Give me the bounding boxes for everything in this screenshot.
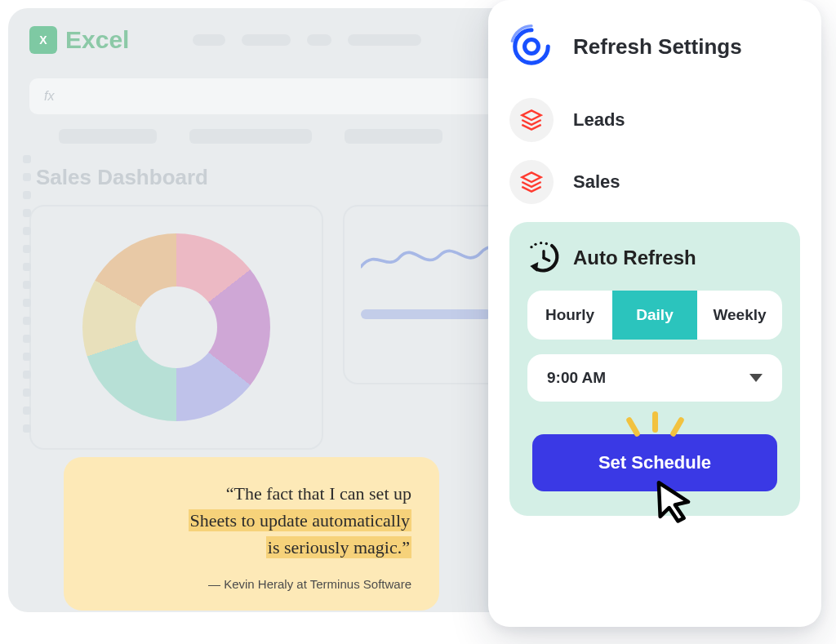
- svg-point-6: [545, 242, 548, 245]
- svg-line-9: [544, 258, 549, 260]
- svg-point-0: [525, 40, 539, 54]
- frequency-segmented-control: Hourly Daily Weekly: [527, 291, 782, 340]
- chevron-down-icon: [749, 374, 763, 382]
- refresh-settings-panel: Refresh Settings Leads Sales: [488, 0, 821, 627]
- auto-refresh-card: Auto Refresh Hourly Daily Weekly 9:00 AM…: [509, 222, 800, 516]
- fx-label: fx: [44, 89, 54, 104]
- segment-hourly[interactable]: Hourly: [527, 291, 612, 340]
- auto-refresh-title: Auto Refresh: [573, 246, 696, 269]
- source-label: Leads: [573, 109, 625, 131]
- panel-title: Refresh Settings: [573, 34, 742, 60]
- ribbon-placeholder: [193, 34, 421, 46]
- excel-logo: X Excel: [29, 26, 129, 54]
- stack-icon: [509, 98, 554, 142]
- excel-name: Excel: [65, 26, 129, 54]
- svg-marker-2: [522, 172, 540, 182]
- row-numbers-placeholder: [23, 155, 31, 433]
- svg-marker-7: [530, 262, 538, 272]
- time-select-value: 9:00 AM: [547, 369, 606, 387]
- svg-point-4: [534, 243, 536, 246]
- svg-point-5: [540, 242, 542, 244]
- testimonial-card: “The fact that I can set up Sheets to up…: [64, 457, 439, 611]
- source-row-sales[interactable]: Sales: [509, 160, 800, 204]
- svg-point-3: [530, 246, 532, 248]
- source-label: Sales: [573, 171, 620, 193]
- testimonial-attribution: — Kevin Heraly at Terminus Software: [91, 577, 411, 591]
- segment-daily[interactable]: Daily: [612, 291, 697, 340]
- coefficient-logo-icon: [509, 24, 554, 69]
- segment-weekly[interactable]: Weekly: [697, 291, 782, 340]
- quote-highlight-2: is seriously magic.”: [266, 536, 411, 558]
- stack-icon: [509, 160, 554, 204]
- quote-part-1: “The fact that I can set up: [226, 483, 411, 504]
- auto-refresh-icon: [527, 242, 560, 274]
- click-emphasis-icon: [606, 411, 704, 444]
- excel-icon: X: [29, 26, 57, 54]
- time-select[interactable]: 9:00 AM: [527, 354, 782, 402]
- svg-marker-1: [522, 110, 540, 120]
- source-row-leads[interactable]: Leads: [509, 98, 800, 142]
- chart-legend-placeholder: [361, 309, 491, 319]
- quote-highlight-1: Sheets to update automatically: [189, 509, 411, 531]
- donut-chart: [82, 233, 270, 421]
- testimonial-quote: “The fact that I can set up Sheets to up…: [91, 480, 411, 561]
- donut-chart-card: [29, 205, 323, 450]
